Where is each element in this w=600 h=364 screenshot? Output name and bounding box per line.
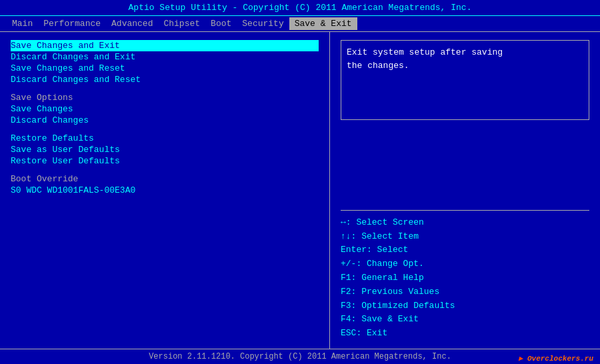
left-panel-option[interactable]: Save Changes and Exit: [11, 40, 319, 51]
help-item: ESC: Exit: [341, 327, 589, 341]
help-section: ↔: Select Screen↑↓: Select ItemEnter: Se…: [341, 210, 589, 341]
watermark-arrow: ▶: [519, 355, 523, 363]
watermark: ▶ Overclockers.ru: [519, 354, 593, 363]
menu-item-advanced[interactable]: Advanced: [106, 17, 158, 30]
section-gap: [11, 126, 319, 133]
right-panel: Exit system setup after saving the chang…: [330, 32, 600, 349]
description-text: Exit system setup after saving the chang…: [347, 47, 503, 71]
footer: Version 2.11.1210. Copyright (C) 2011 Am…: [0, 349, 600, 364]
left-panel-option[interactable]: Save Changes and Reset: [11, 63, 319, 74]
left-panel-option[interactable]: Restore User Defaults: [11, 155, 319, 167]
title-bar: Aptio Setup Utility - Copyright (C) 2011…: [0, 0, 600, 16]
left-panel-option[interactable]: S0 WDC WD1001FALS-00E3A0: [11, 185, 319, 196]
help-item: ↔: Select Screen: [341, 216, 589, 230]
menu-item-save-and-exit[interactable]: Save & Exit: [289, 17, 357, 30]
description-box: Exit system setup after saving the chang…: [341, 40, 589, 120]
menu-item-security[interactable]: Security: [237, 17, 289, 30]
left-panel-option[interactable]: Discard Changes and Reset: [11, 74, 319, 85]
menu-bar: MainPerformanceAdvancedChipsetBootSecuri…: [0, 16, 600, 32]
left-panel-option: Boot Override: [11, 173, 319, 185]
bios-screen: Aptio Setup Utility - Copyright (C) 2011…: [0, 0, 600, 364]
left-panel-option[interactable]: Discard Changes: [11, 115, 319, 126]
help-item: F4: Save & Exit: [341, 313, 589, 327]
menu-item-chipset[interactable]: Chipset: [158, 17, 205, 30]
help-item: F2: Previous Values: [341, 285, 589, 299]
left-panel-option[interactable]: Save Changes: [11, 103, 319, 115]
menu-item-performance[interactable]: Performance: [38, 17, 106, 30]
footer-text: Version 2.11.1210. Copyright (C) 2011 Am…: [149, 352, 451, 361]
left-panel-option[interactable]: Discard Changes and Exit: [11, 51, 319, 63]
help-item: Enter: Select: [341, 243, 589, 257]
section-gap: [11, 85, 319, 92]
menu-item-boot[interactable]: Boot: [205, 17, 237, 30]
left-panel-option: Save Options: [11, 92, 319, 103]
left-panel-option[interactable]: Restore Defaults: [11, 133, 319, 144]
left-panel-option[interactable]: Save as User Defaults: [11, 144, 319, 155]
left-panel: Save Changes and ExitDiscard Changes and…: [0, 32, 330, 349]
section-gap: [11, 167, 319, 173]
main-content: Save Changes and ExitDiscard Changes and…: [0, 32, 600, 349]
menu-item-main[interactable]: Main: [7, 17, 38, 30]
help-item: +/-: Change Opt.: [341, 257, 589, 271]
help-item: ↑↓: Select Item: [341, 230, 589, 244]
help-item: F3: Optimized Defaults: [341, 299, 589, 313]
title-text: Aptio Setup Utility - Copyright (C) 2011…: [129, 3, 472, 13]
help-item: F1: General Help: [341, 271, 589, 285]
